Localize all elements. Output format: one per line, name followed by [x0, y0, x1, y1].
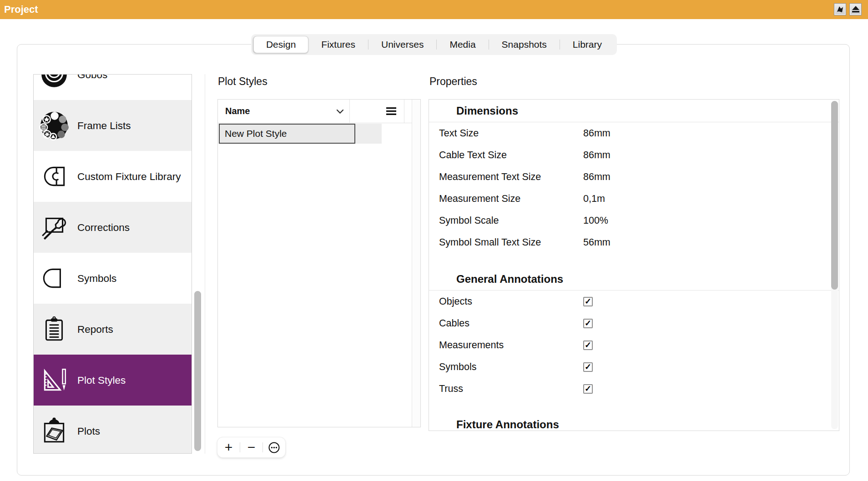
property-label: Truss [439, 383, 583, 395]
symbols-icon [39, 263, 69, 293]
corrections-icon [39, 212, 69, 242]
properties-scrollbar-thumb[interactable] [831, 101, 838, 290]
property-row: Symbol Small Text Size 56mm [429, 231, 839, 253]
plot-styles-panel-title: Plot Styles [218, 75, 267, 88]
tab-media[interactable]: Media [437, 36, 488, 53]
property-row: Measurements ✓ [429, 334, 839, 356]
property-label: Measurements [439, 340, 583, 351]
plot-styles-icon [39, 365, 69, 395]
plot-style-name-input[interactable] [219, 124, 355, 144]
sidebar-item-reports[interactable]: Reports [34, 304, 192, 355]
truss-checkbox[interactable]: ✓ [583, 384, 593, 394]
sidebar-item-plots[interactable]: Plots [34, 406, 192, 454]
property-row: Symbol Scale 100% [429, 210, 839, 231]
frame-lists-icon [39, 110, 69, 140]
custom-fixture-library-icon [39, 161, 69, 191]
property-value[interactable]: 86mm [583, 128, 611, 139]
sidebar-item-label: Custom Fixture Library [77, 170, 187, 183]
measurements-checkbox[interactable]: ✓ [583, 341, 593, 350]
property-label: Cable Text Size [439, 150, 583, 161]
properties-panel: Dimensions Text Size 86mm Cable Text Siz… [429, 99, 839, 431]
gobos-icon [39, 74, 69, 90]
property-value[interactable]: 86mm [583, 150, 611, 161]
property-label: Symbol Scale [439, 215, 583, 226]
sidebar-item-corrections[interactable]: Corrections [34, 202, 192, 253]
property-value[interactable]: 86mm [583, 171, 611, 183]
plus-icon: + [225, 440, 233, 455]
table-menu-button[interactable] [378, 100, 404, 123]
window-titlebar: Project [0, 0, 868, 19]
eject-icon [852, 5, 860, 13]
sidebar-item-label: Corrections [77, 221, 187, 234]
more-options-icon [268, 441, 280, 454]
property-row: Objects ✓ [429, 291, 839, 312]
property-row: Cables ✓ [429, 312, 839, 334]
symbols-checkbox[interactable]: ✓ [583, 362, 593, 372]
window-shade-button[interactable] [834, 3, 846, 15]
sidebar-item-label: Gobos [77, 74, 187, 81]
sidebar-item-label: Plots [77, 425, 187, 437]
plot-styles-toolbar: + − [217, 437, 285, 457]
tab-bar: Design Fixtures Universes Media Snapshot… [251, 34, 617, 55]
sidebar-scrollbar-thumb[interactable] [194, 291, 201, 451]
property-value[interactable]: 0,1m [583, 193, 605, 205]
properties-panel-title: Properties [429, 75, 477, 88]
sidebar-item-plot-styles[interactable]: Plot Styles [34, 355, 192, 406]
sidebar-item-label: Frame Lists [77, 120, 187, 132]
sidebar-divider-line [205, 74, 205, 454]
property-label: Objects [439, 296, 583, 307]
cables-checkbox[interactable]: ✓ [583, 319, 593, 328]
property-row: Symbols ✓ [429, 356, 839, 378]
design-sidebar: Gobos [33, 74, 192, 454]
property-row: Measurement Size 0,1m [429, 188, 839, 210]
tab-design[interactable]: Design [253, 36, 308, 53]
property-label: Measurement Size [439, 193, 583, 205]
menu-icon [386, 107, 396, 115]
window-shade-icon [836, 5, 844, 14]
tab-snapshots[interactable]: Snapshots [489, 36, 560, 53]
reports-icon [39, 314, 69, 344]
plots-icon [39, 416, 69, 446]
tab-fixtures[interactable]: Fixtures [308, 36, 368, 53]
section-header-fixture-annotations: Fixture Annotations [429, 413, 839, 431]
plot-style-row-tail [355, 124, 382, 144]
property-label: Symbols [439, 361, 583, 373]
chevron-down-icon [336, 106, 344, 116]
objects-checkbox[interactable]: ✓ [583, 297, 593, 306]
property-label: Measurement Text Size [439, 171, 583, 183]
minus-icon: − [247, 440, 256, 455]
table-scrollbar-gutter [412, 100, 420, 427]
sidebar-item-label: Reports [77, 323, 187, 336]
property-label: Text Size [439, 128, 583, 139]
window-title: Project [4, 0, 38, 19]
remove-plot-style-button[interactable]: − [240, 437, 262, 457]
tab-universes[interactable]: Universes [368, 36, 436, 53]
property-row: Truss ✓ [429, 378, 839, 400]
property-label: Symbol Small Text Size [439, 237, 583, 248]
sidebar-item-frame-lists[interactable]: Frame Lists [34, 100, 192, 151]
property-value[interactable]: 56mm [583, 237, 611, 248]
plot-style-row[interactable] [218, 123, 412, 145]
sidebar-item-label: Symbols [77, 272, 187, 285]
add-plot-style-button[interactable]: + [217, 437, 240, 457]
property-value[interactable]: 100% [583, 215, 608, 226]
property-row: Measurement Text Size 86mm [429, 166, 839, 188]
column-header-name[interactable]: Name [218, 100, 349, 123]
more-options-button[interactable] [263, 437, 285, 457]
section-header-dimensions: Dimensions [429, 100, 839, 122]
section-gap [429, 400, 839, 413]
sidebar-item-symbols[interactable]: Symbols [34, 253, 192, 304]
property-row: Text Size 86mm [429, 122, 839, 144]
header-endcap [404, 100, 412, 123]
header-spacer [350, 100, 379, 123]
section-header-general-annotations: General Annotations [429, 268, 839, 291]
tab-library[interactable]: Library [560, 36, 615, 53]
sidebar-item-gobos[interactable]: Gobos [34, 74, 192, 100]
table-header-row: Name [218, 100, 412, 123]
sidebar-item-label: Plot Styles [77, 374, 187, 386]
sidebar-item-custom-fixture-library[interactable]: Custom Fixture Library [34, 151, 192, 202]
property-row: Cable Text Size 86mm [429, 144, 839, 166]
eject-button[interactable] [849, 3, 862, 15]
column-header-label: Name [225, 106, 250, 116]
plot-styles-table: Name [217, 99, 421, 427]
